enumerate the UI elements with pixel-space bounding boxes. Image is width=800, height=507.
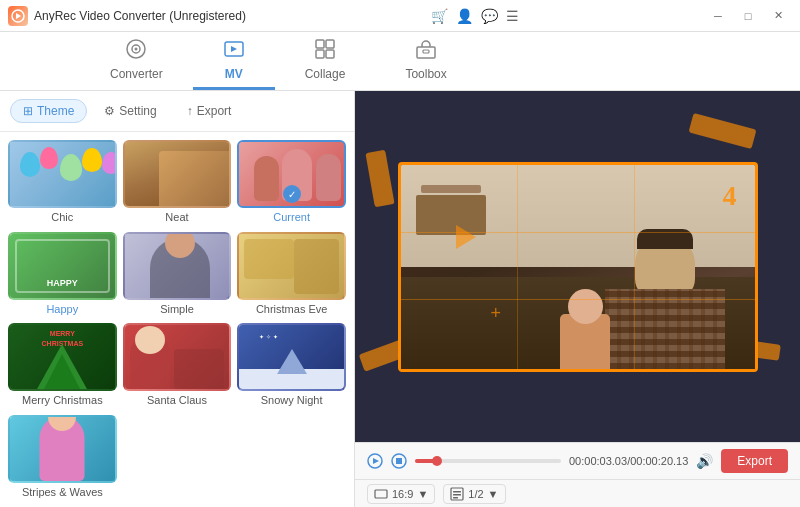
nav-tabs: Converter MV Collage [0,32,800,91]
sub-tab-theme[interactable]: ⊞ Theme [10,99,87,123]
svg-marker-1 [16,13,21,19]
tab-collage[interactable]: Collage [275,32,376,90]
toolbox-icon [415,38,437,65]
theme-santa-claus[interactable]: Santa Claus [123,323,232,409]
theme-chic-thumb [8,140,117,208]
theme-neat-thumb [123,140,232,208]
time-current: 00:00:03.03 [569,455,627,467]
theme-neat-label: Neat [165,211,188,223]
title-bar-left: AnyRec Video Converter (Unregistered) [8,6,246,26]
outer-tape-top-right [689,113,757,149]
theme-merry-christmas[interactable]: MERRY CHRISTMAS Merry Christmas [8,323,117,409]
app-logo [8,6,28,26]
svg-rect-20 [453,497,458,499]
left-panel: ⊞ Theme ⚙ Setting ↑ Export [0,91,355,507]
right-panel: + 4 [355,91,800,507]
svg-rect-19 [453,494,461,496]
svg-point-4 [135,48,138,51]
svg-rect-8 [316,50,324,58]
mv-icon [223,38,245,65]
page-value: 1/2 [468,488,483,500]
svg-rect-15 [396,458,402,464]
setting-tab-icon: ⚙ [104,104,115,118]
theme-tab-icon: ⊞ [23,104,33,118]
cart-icon[interactable]: 🛒 [431,8,448,24]
aspect-ratio-select[interactable]: 16:9 ▼ [367,484,435,504]
minimize-button[interactable]: ─ [704,6,732,26]
svg-rect-9 [326,50,334,58]
svg-rect-18 [453,491,461,493]
main-content: ⊞ Theme ⚙ Setting ↑ Export [0,91,800,507]
theme-simple-thumb [123,232,232,300]
svg-rect-11 [423,50,429,53]
video-preview-container: + 4 [398,162,758,372]
maximize-button[interactable]: □ [734,6,762,26]
svg-marker-13 [373,458,379,464]
theme-chic[interactable]: Chic [8,140,117,226]
theme-current-label: Current [273,211,310,223]
time-total: 00:00:20.13 [630,455,688,467]
theme-santa-claus-label: Santa Claus [147,394,207,406]
title-bar: AnyRec Video Converter (Unregistered) 🛒 … [0,0,800,32]
tab-toolbox[interactable]: Toolbox [375,32,476,90]
theme-happy-thumb: HAPPY [8,232,117,300]
theme-merry-christmas-thumb: MERRY CHRISTMAS [8,323,117,391]
theme-happy[interactable]: HAPPY Happy [8,232,117,318]
sub-tab-export[interactable]: ↑ Export [174,99,245,123]
collage-icon [314,38,336,65]
page-arrow: ▼ [488,488,499,500]
theme-stripes-waves[interactable]: Stripes & Waves [8,415,117,501]
converter-icon [125,38,147,65]
volume-icon[interactable]: 🔊 [696,453,713,469]
video-scene: + 4 [401,165,755,369]
svg-rect-6 [316,40,324,48]
close-button[interactable]: ✕ [764,6,792,26]
svg-rect-7 [326,40,334,48]
setting-tab-label: Setting [119,104,156,118]
sub-tab-setting[interactable]: ⚙ Setting [91,99,169,123]
tab-collage-label: Collage [305,67,346,81]
user-icon[interactable]: 👤 [456,8,473,24]
theme-tab-label: Theme [37,104,74,118]
svg-rect-16 [375,490,387,498]
theme-christmas-eve[interactable]: Christmas Eve [237,232,346,318]
progress-bar[interactable] [415,459,561,463]
tab-converter[interactable]: Converter [80,32,193,90]
video-frame: + 4 [398,162,758,372]
menu-icon[interactable]: ☰ [506,8,519,24]
theme-neat[interactable]: Neat [123,140,232,226]
aspect-ratio-value: 16:9 [392,488,413,500]
theme-current-thumb: ✓ [237,140,346,208]
theme-chic-label: Chic [51,211,73,223]
export-tab-label: Export [197,104,232,118]
title-bar-icons: 🛒 👤 💬 ☰ [431,8,519,24]
theme-santa-claus-thumb [123,323,232,391]
time-display: 00:00:03.03/00:00:20.13 [569,455,688,467]
stop-button[interactable] [391,453,407,469]
theme-simple[interactable]: Simple [123,232,232,318]
play-button[interactable] [367,453,383,469]
theme-grid: Chic Neat ✓ Current [0,132,354,507]
title-text: AnyRec Video Converter (Unregistered) [34,9,246,23]
window-controls: ─ □ ✕ [704,6,792,26]
theme-happy-label: Happy [46,303,78,315]
theme-stripes-waves-thumb [8,415,117,483]
progress-thumb[interactable] [432,456,442,466]
outer-tape-left [365,150,394,208]
theme-simple-label: Simple [160,303,194,315]
export-button[interactable]: Export [721,449,788,473]
theme-current[interactable]: ✓ Current [237,140,346,226]
tab-mv-label: MV [225,67,243,81]
sub-tabs: ⊞ Theme ⚙ Setting ↑ Export [0,91,354,132]
tab-mv[interactable]: MV [193,32,275,90]
chat-icon[interactable]: 💬 [481,8,498,24]
theme-snowy-night-label: Snowy Night [261,394,323,406]
theme-christmas-eve-thumb [237,232,346,300]
theme-snowy-night[interactable]: ✦ ✧ ✦ Snowy Night [237,323,346,409]
preview-controls: 00:00:03.03/00:00:20.13 🔊 Export [355,442,800,479]
second-controls: 16:9 ▼ 1/2 ▼ [355,479,800,507]
theme-snowy-night-thumb: ✦ ✧ ✦ [237,323,346,391]
page-select[interactable]: 1/2 ▼ [443,484,505,504]
theme-current-check: ✓ [283,185,301,203]
export-tab-icon: ↑ [187,104,193,118]
